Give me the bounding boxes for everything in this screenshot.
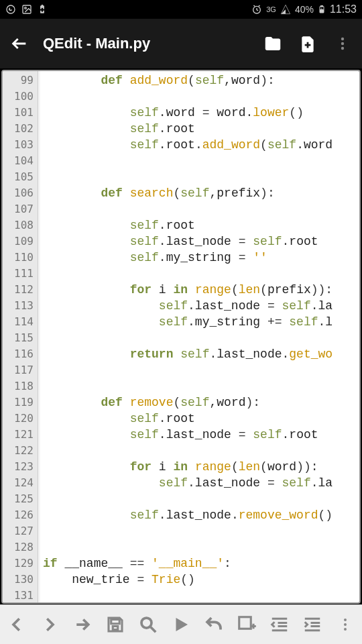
save-button[interactable] — [102, 611, 129, 638]
overflow-menu-button[interactable] — [331, 32, 354, 55]
next-button[interactable] — [36, 611, 63, 638]
svg-rect-8 — [320, 10, 323, 13]
back-button[interactable] — [8, 32, 31, 55]
battery-icon — [318, 4, 326, 15]
battery-percent: 40% — [295, 4, 314, 15]
svg-point-0 — [7, 5, 15, 13]
line-number-gutter: 9910010110210310410510610710810911011111… — [3, 71, 38, 602]
svg-rect-4 — [42, 5, 43, 6]
svg-rect-13 — [239, 617, 251, 629]
network-type: 3G — [266, 5, 276, 13]
new-file-button[interactable] — [296, 32, 319, 55]
app-bar: QEdit - Main.py — [0, 19, 362, 68]
code-editor[interactable]: 9910010110210310410510610710810911011111… — [1, 70, 361, 604]
svg-point-10 — [341, 42, 344, 45]
svg-point-9 — [341, 38, 344, 40]
add-section-button[interactable] — [233, 611, 260, 638]
run-button[interactable] — [168, 611, 194, 638]
svg-point-16 — [344, 628, 347, 631]
code-area[interactable]: def add_word(self,word): self.word = wor… — [40, 71, 359, 602]
svg-point-11 — [341, 47, 344, 50]
prev-button[interactable] — [3, 611, 30, 638]
more-button[interactable] — [332, 611, 359, 638]
svg-point-2 — [25, 7, 27, 9]
whatsapp-icon — [5, 4, 16, 15]
status-bar: 3G 40% 11:53 — [0, 0, 362, 19]
svg-point-14 — [344, 619, 347, 621]
alarm-icon — [251, 4, 262, 15]
svg-rect-7 — [320, 6, 322, 7]
goto-button[interactable] — [69, 611, 96, 638]
svg-point-15 — [344, 623, 347, 626]
svg-point-12 — [141, 618, 152, 628]
indent-button[interactable] — [299, 611, 326, 638]
bottom-toolbar — [0, 604, 362, 644]
outdent-button[interactable] — [266, 611, 293, 638]
app-title: QEdit - Main.py — [43, 35, 249, 52]
clock: 11:53 — [330, 3, 357, 15]
undo-button[interactable] — [200, 611, 227, 638]
open-folder-button[interactable] — [261, 32, 284, 55]
battery-saver-icon — [38, 4, 47, 15]
image-icon — [21, 4, 32, 15]
search-button[interactable] — [135, 611, 162, 638]
signal-icon — [280, 4, 291, 15]
